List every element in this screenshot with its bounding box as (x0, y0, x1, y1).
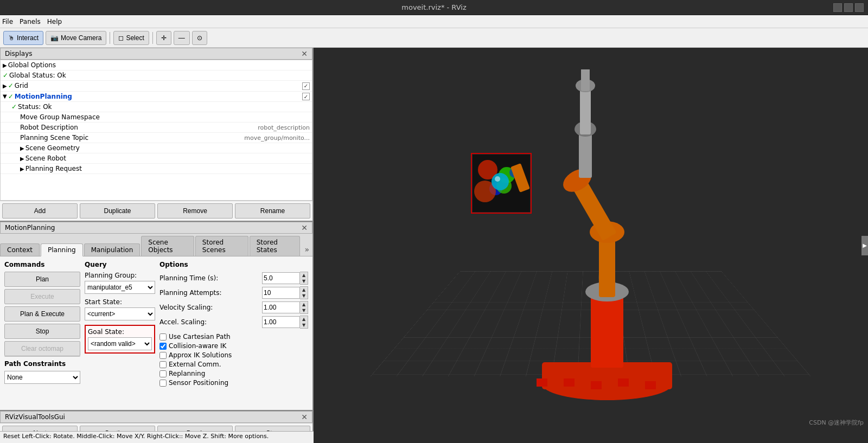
select-button[interactable]: ◻ Select (113, 31, 149, 45)
camera2-button[interactable]: ⊙ (192, 31, 207, 45)
execute-button[interactable]: Execute (4, 289, 80, 304)
display-scene-geometry[interactable]: ▶ Scene Geometry (1, 143, 312, 153)
displays-close-button[interactable]: ✕ (301, 49, 308, 58)
display-global-options[interactable]: ▶ Global Options (1, 60, 312, 70)
viewport[interactable]: ▶ CSDN @迷神学院fp (314, 48, 868, 443)
tab-overflow-button[interactable]: » (301, 243, 312, 256)
query-column: Query Planning Group: manipulator_e5 Sta… (85, 261, 155, 406)
spin-up[interactable]: ▲ (300, 287, 308, 293)
spin-down[interactable]: ▼ (300, 293, 308, 299)
approx-ik-checkbox[interactable] (159, 352, 167, 359)
planning-group-select[interactable]: manipulator_e5 (85, 281, 155, 294)
planning-attempts-arrows: ▲ ▼ (300, 286, 308, 299)
rviz-tools-close-button[interactable]: ✕ (301, 413, 308, 421)
spin-up[interactable]: ▲ (300, 316, 308, 322)
display-move-group-ns[interactable]: Move Group Namespace (1, 112, 312, 123)
planning-columns: Commands Plan Execute Plan & Execute Sto… (4, 261, 308, 406)
ee-sphere (492, 173, 509, 190)
collision-aware-ik-row: Collision-aware IK (159, 342, 308, 350)
display-scene-robot[interactable]: ▶ Scene Robot (1, 153, 312, 164)
display-grid[interactable]: ▶ ✓ Grid (1, 81, 312, 92)
grid-checkbox[interactable] (302, 82, 310, 90)
robot-top-arm (581, 69, 590, 91)
maximize-button[interactable] (844, 3, 853, 12)
accel-scaling-input[interactable] (262, 316, 300, 328)
menu-file[interactable]: File (2, 18, 13, 25)
display-motion-planning[interactable]: ▼ ✓ MotionPlanning (1, 92, 312, 102)
spin-down[interactable]: ▼ (300, 307, 308, 313)
collision-aware-ik-label: Collision-aware IK (169, 342, 226, 350)
motion-planning-title: MotionPlanning (5, 224, 55, 232)
check-icon: ✓ (8, 82, 14, 89)
replanning-label: Replanning (169, 370, 205, 377)
display-global-status[interactable]: ✓ Global Status: Ok (1, 70, 312, 81)
goal-state-select[interactable]: <random valid> (88, 337, 152, 350)
path-constraints-label: Path Constraints (4, 360, 80, 368)
spin-up[interactable]: ▲ (300, 272, 308, 278)
interact-button[interactable]: 🖱 Interact (3, 31, 43, 45)
remove-button[interactable]: Remove (157, 203, 233, 219)
spin-down[interactable]: ▼ (300, 278, 308, 284)
minus-button[interactable]: — (174, 31, 190, 45)
display-robot-description[interactable]: Robot Description robot_description (1, 123, 312, 133)
status-text: Reset Left-Click: Rotate. Middle-Click: … (3, 433, 269, 440)
planning-time-input[interactable] (262, 272, 300, 284)
collision-aware-ik-checkbox[interactable] (159, 343, 167, 350)
titlebar-controls[interactable] (833, 3, 864, 12)
rename-button[interactable]: Rename (235, 203, 310, 219)
display-planning-scene-topic[interactable]: Planning Scene Topic move_group/monito..… (1, 133, 312, 143)
move-icon-button[interactable]: ✛ (156, 31, 171, 45)
tab-stored-scenes[interactable]: Stored Scenes (195, 236, 248, 256)
menubar: File Panels Help (0, 15, 868, 28)
path-constraints-select[interactable]: None (4, 371, 80, 384)
display-status-ok[interactable]: ✓ Status: Ok (1, 102, 312, 112)
planning-attempts-input[interactable] (262, 287, 300, 299)
start-state-select[interactable]: <current> (85, 307, 155, 320)
sensor-positioning-checkbox[interactable] (159, 380, 167, 387)
planning-attempts-spinbox: ▲ ▼ (262, 286, 308, 299)
plan-button[interactable]: Plan (4, 272, 80, 287)
tab-planning[interactable]: Planning (41, 243, 83, 256)
stop-button[interactable]: Stop (4, 324, 80, 339)
viewport-collapse-arrow[interactable]: ▶ (861, 236, 868, 255)
external-comm-checkbox[interactable] (159, 361, 167, 368)
duplicate-button[interactable]: Duplicate (80, 203, 155, 219)
displays-header: Displays ✕ (0, 48, 312, 60)
tabs-row: Context Planning Manipulation Scene Obje… (0, 234, 312, 256)
display-planning-request[interactable]: ▶ Planning Request (1, 164, 312, 174)
velocity-scaling-input[interactable] (262, 301, 300, 313)
tab-manipulation[interactable]: Manipulation (84, 243, 141, 256)
add-button[interactable]: Add (2, 203, 78, 219)
external-comm-row: External Comm. (159, 361, 308, 368)
minimize-button[interactable] (833, 3, 842, 12)
use-cartesian-path-checkbox[interactable] (159, 333, 167, 341)
sensor-positioning-label: Sensor Positioning (169, 379, 228, 387)
plan-execute-button[interactable]: Plan & Execute (4, 306, 80, 322)
menu-help[interactable]: Help (47, 18, 62, 25)
expand-arrow: ▶ (20, 145, 24, 151)
menu-panels[interactable]: Panels (20, 18, 41, 25)
goal-state-label: Goal State: (88, 328, 152, 336)
spin-up[interactable]: ▲ (300, 301, 308, 307)
spin-down[interactable]: ▼ (300, 322, 308, 328)
clear-octomap-button[interactable]: Clear octomap (4, 341, 80, 356)
display-item-label: Scene Geometry (25, 144, 310, 152)
query-label: Query (85, 261, 155, 268)
robot-leg-4 (564, 378, 575, 387)
camera-icon: 📷 (50, 34, 59, 42)
tab-scene-objects[interactable]: Scene Objects (141, 236, 194, 256)
tab-context[interactable]: Context (0, 243, 40, 256)
robot-upper-arm-group (575, 69, 596, 178)
planning-time-arrows: ▲ ▼ (300, 272, 308, 285)
rviz-tools-title: RVizVisualToolsGui (5, 413, 65, 421)
options-label: Options (159, 261, 308, 268)
motion-planning-checkbox[interactable] (302, 93, 310, 100)
motion-planning-close-button[interactable]: ✕ (301, 223, 308, 232)
move-camera-button[interactable]: 📷 Move Camera (46, 31, 106, 45)
commands-column: Commands Plan Execute Plan & Execute Sto… (4, 261, 80, 406)
replanning-checkbox[interactable] (159, 370, 167, 377)
tab-stored-states[interactable]: Stored States (250, 236, 301, 256)
left-panel: Displays ✕ ▶ Global Options ✓ Global Sta… (0, 48, 314, 443)
velocity-scaling-spinbox: ▲ ▼ (262, 301, 308, 314)
close-button[interactable] (855, 3, 864, 12)
